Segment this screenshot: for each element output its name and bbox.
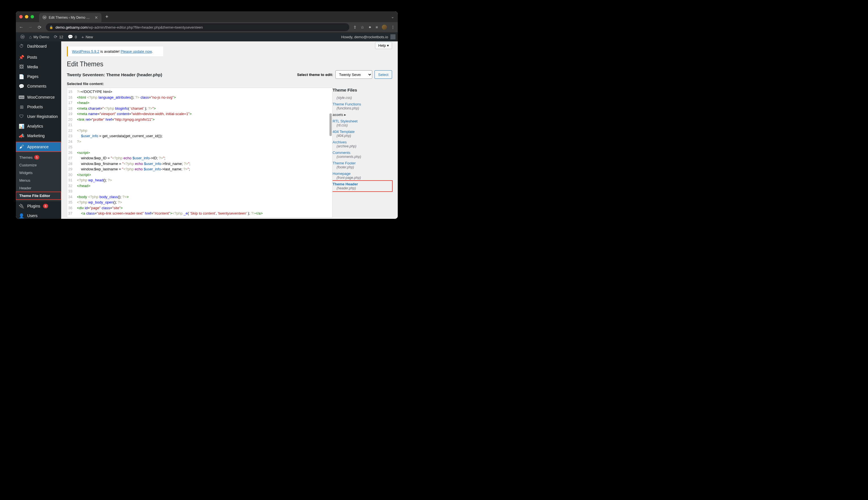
url-domain: demo.getsamy.com	[56, 25, 87, 30]
back-icon[interactable]: ←	[19, 25, 24, 30]
marketing-icon: 📣	[19, 133, 24, 139]
plugins-icon: 🔌	[19, 204, 24, 209]
wp-version-link[interactable]: WordPress 5.9.2	[72, 49, 100, 54]
submenu-theme-file-editor[interactable]: Theme File Editor	[16, 192, 61, 200]
products-icon: ⊞	[19, 104, 24, 110]
content-label: Selected file content:	[67, 82, 392, 86]
select-theme-label: Select theme to edit:	[297, 72, 333, 77]
appearance-icon: 🖌	[19, 144, 24, 149]
help-tab[interactable]: Help▾	[375, 42, 392, 49]
menu-woocommerce[interactable]: wooWooCommerce	[16, 92, 61, 102]
appearance-submenu: Themes5 Customize Widgets Menus Header T…	[16, 152, 61, 201]
new-content-link[interactable]: +New	[79, 32, 95, 42]
share-icon[interactable]: ⇪	[353, 25, 357, 30]
file-rtl[interactable]: RTL Stylesheet(rtl.css)	[333, 118, 392, 128]
menu-pages[interactable]: 📄Pages	[16, 72, 61, 81]
window-minimize-icon[interactable]	[25, 15, 28, 19]
page-title: Edit Themes	[67, 60, 392, 68]
howdy-account[interactable]: Howdy, demo@rocketbots.io	[342, 34, 395, 39]
menu-user-registration[interactable]: 🛡User Registration	[16, 112, 61, 121]
site-name-link[interactable]: ⌂My Demo	[27, 32, 51, 42]
bookmark-icon[interactable]: ☆	[361, 25, 364, 30]
browser-tab-bar: ⓦ Edit Themes ‹ My Demo — Wo ✕ + ⌄	[16, 11, 398, 22]
update-now-link[interactable]: Please update now	[121, 49, 152, 54]
wp-logo[interactable]: ⓦ	[18, 32, 27, 42]
updates-link[interactable]: ⟳12	[51, 32, 66, 42]
woo-icon: woo	[19, 95, 24, 99]
file-homepage[interactable]: Homepage(front-page.php)	[333, 170, 392, 181]
menu-users[interactable]: 👤Users	[16, 211, 61, 219]
menu-media[interactable]: 🖾Media	[16, 62, 61, 72]
submenu-themes[interactable]: Themes5	[16, 154, 61, 161]
chrome-tabs-menu-icon[interactable]: ⌄	[391, 14, 394, 19]
menu-posts[interactable]: 📌Posts	[16, 53, 61, 62]
code-editor[interactable]: 1516171819202122232425262728293031323334…	[67, 88, 333, 218]
menu-analytics[interactable]: 📊Analytics	[16, 121, 61, 131]
plugins-badge: 6	[43, 204, 48, 208]
tab-title: Edit Themes ‹ My Demo — Wo	[49, 15, 92, 20]
update-notice: WordPress 5.9.2 is available! Please upd…	[67, 46, 163, 56]
file-comments[interactable]: Comments(comments.php)	[333, 149, 392, 160]
window-maximize-icon[interactable]	[31, 15, 34, 19]
submenu-widgets[interactable]: Widgets	[16, 169, 61, 177]
file-404[interactable]: 404 Template(404.php)	[333, 128, 392, 139]
line-gutter: 1516171819202122232425262728293031323334…	[67, 88, 74, 217]
themes-badge: 5	[34, 155, 39, 160]
file-functions[interactable]: Theme Functions(functions.php)	[333, 101, 392, 111]
pin-icon: 📌	[19, 55, 24, 60]
user-avatar-icon	[390, 34, 395, 39]
comments-link[interactable]: 💬0	[66, 32, 79, 42]
close-tab-icon[interactable]: ✕	[95, 15, 98, 20]
forward-icon[interactable]: →	[28, 25, 33, 30]
theme-files-title: Theme Files	[333, 88, 392, 92]
file-archive[interactable]: Archives(archive.php)	[333, 139, 392, 149]
menu-marketing[interactable]: 📣Marketing	[16, 131, 61, 140]
file-footer[interactable]: Theme Footer(footer.php)	[333, 160, 392, 170]
address-bar[interactable]: 🔒 demo.getsamy.com/wp-admin/theme-editor…	[46, 23, 349, 31]
wp-admin-bar: ⓦ ⌂My Demo ⟳12 💬0 +New Howdy, demo@rocke…	[16, 32, 398, 42]
menu-plugins[interactable]: 🔌Plugins 6	[16, 201, 61, 211]
new-tab-button[interactable]: +	[105, 14, 108, 20]
folder-assets[interactable]: assets	[333, 111, 392, 118]
theme-files-panel: Theme Files (style.css) Theme Functions(…	[333, 88, 392, 218]
menu-products[interactable]: ⊞Products	[16, 102, 61, 112]
media-icon: 🖾	[19, 64, 24, 69]
pages-icon: 📄	[19, 74, 24, 79]
code-content[interactable]: ?><!DOCTYPE html><html <?php language_at…	[74, 88, 265, 217]
browser-tab[interactable]: ⓦ Edit Themes ‹ My Demo — Wo ✕	[39, 13, 101, 22]
file-stylesheet[interactable]: (style.css)	[333, 95, 392, 101]
browser-toolbar: ← → ⟳ 🔒 demo.getsamy.com/wp-admin/theme-…	[16, 22, 398, 32]
url-path: /wp-admin/theme-editor.php?file=header.p…	[87, 25, 203, 30]
chrome-menu-icon[interactable]: ⋮	[391, 25, 395, 30]
comment-icon: 💬	[19, 83, 24, 89]
scrollbar-thumb[interactable]	[329, 113, 332, 136]
select-button[interactable]: Select	[374, 70, 392, 79]
analytics-icon: 📊	[19, 124, 24, 129]
theme-select-dropdown[interactable]: Twenty Seventeen	[335, 70, 372, 79]
reading-list-icon[interactable]: ≡	[375, 25, 378, 30]
wordpress-favicon-icon: ⓦ	[43, 15, 46, 20]
chevron-down-icon: ▾	[387, 43, 389, 48]
menu-appearance[interactable]: 🖌Appearance	[16, 142, 61, 152]
reload-icon[interactable]: ⟳	[37, 25, 42, 30]
admin-menu: ⏱Dashboard 📌Posts 🖾Media 📄Pages 💬Comment…	[16, 42, 61, 219]
current-file-heading: Twenty Seventeen: Theme Header (header.p…	[67, 72, 162, 77]
lock-icon: 🔒	[49, 25, 53, 29]
submenu-customize[interactable]: Customize	[16, 161, 61, 169]
profile-avatar-icon[interactable]	[382, 25, 387, 30]
file-header[interactable]: Theme Header(header.php)	[331, 181, 392, 191]
users-icon: 👤	[19, 213, 24, 218]
window-close-icon[interactable]	[19, 15, 23, 19]
menu-comments[interactable]: 💬Comments	[16, 81, 61, 91]
submenu-menus[interactable]: Menus	[16, 177, 61, 184]
extensions-icon[interactable]: ✦	[368, 25, 372, 30]
user-reg-icon: 🛡	[19, 114, 24, 119]
submenu-header[interactable]: Header	[16, 184, 61, 192]
dashboard-icon: ⏱	[19, 44, 24, 49]
main-content: Help▾ WordPress 5.9.2 is available! Plea…	[61, 42, 398, 219]
menu-dashboard[interactable]: ⏱Dashboard	[16, 42, 61, 51]
